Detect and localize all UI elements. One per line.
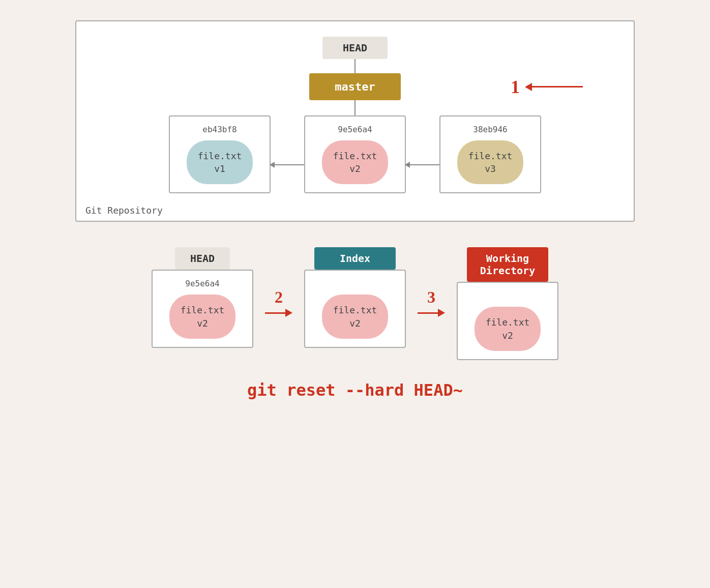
arrow-head-left-2 xyxy=(405,162,410,168)
git-command-text: git reset --hard HEAD~ xyxy=(75,380,635,400)
annotation-number-2: 2 xyxy=(275,288,283,307)
arrow-head-3 xyxy=(438,309,445,317)
reset-index-commit-id xyxy=(315,279,395,288)
commit-id-2: 9e5e6a4 xyxy=(315,125,395,134)
reset-head-col: HEAD 9e5e6a4 file.txtv2 xyxy=(146,247,258,347)
master-label: master xyxy=(309,73,400,100)
arrow-1-left xyxy=(525,83,583,91)
reset-head-commit-id: 9e5e6a4 xyxy=(163,279,242,288)
head-label-top-row: HEAD xyxy=(97,37,613,59)
connector-line-v1 xyxy=(354,59,356,73)
blob-3: file.txtv3 xyxy=(457,140,524,184)
bottom-section: HEAD 9e5e6a4 file.txtv2 2 Index file.txt… xyxy=(75,247,635,399)
reset-head-blob: file.txtv2 xyxy=(169,295,236,338)
git-repository-box: HEAD master 1 eb43bf8 file.txtv1 xyxy=(75,20,635,222)
connector-head-master xyxy=(97,59,613,73)
arrow-col-2: 2 xyxy=(258,247,299,317)
reset-index-blob: file.txtv2 xyxy=(322,295,389,338)
blob-2: file.txtv2 xyxy=(322,140,389,184)
arrow-line-1 xyxy=(532,86,583,87)
reset-index-col: Index file.txtv2 xyxy=(299,247,411,347)
reset-head-commit-box: 9e5e6a4 file.txtv2 xyxy=(152,270,253,347)
connector-line-v2 xyxy=(354,100,356,115)
arrow-2-right xyxy=(265,309,292,317)
reset-head-label: HEAD xyxy=(175,247,230,270)
reset-index-commit-box: file.txtv2 xyxy=(304,270,406,347)
annotation-number-1: 1 xyxy=(511,76,520,98)
arrow-line-2 xyxy=(265,312,285,314)
connector-master-commits xyxy=(97,100,613,115)
arrow-head-2 xyxy=(285,309,292,317)
blob-1: file.txtv1 xyxy=(187,140,253,184)
reset-workdir-label: WorkingDirectory xyxy=(467,247,548,282)
reset-workdir-commit-box: file.txtv2 xyxy=(457,282,558,360)
arrow-head-left-1 xyxy=(270,162,275,168)
arrow-commit-2-to-1 xyxy=(270,162,305,168)
reset-workdir-commit-id xyxy=(468,291,547,301)
head-label-top: HEAD xyxy=(322,37,388,59)
git-repo-label: Git Repository xyxy=(85,205,163,216)
reset-workdir-col: WorkingDirectory file.txtv2 xyxy=(452,247,564,360)
commit-box-1: eb43bf8 file.txtv1 xyxy=(169,115,271,193)
reset-workdir-blob: file.txtv2 xyxy=(475,307,541,350)
annotation-number-3: 3 xyxy=(427,288,435,307)
arrow-head-1 xyxy=(525,83,532,91)
commits-row: eb43bf8 file.txtv1 9e5e6a4 file.txtv2 38… xyxy=(97,115,613,193)
commit-id-3: 38eb946 xyxy=(451,125,530,134)
arrow-line-h2 xyxy=(410,164,440,165)
commit-id-1: eb43bf8 xyxy=(180,125,259,134)
arrow-line-h1 xyxy=(275,164,305,165)
commit-box-3: 38eb946 file.txtv3 xyxy=(439,115,541,193)
annotation-1-group: 1 xyxy=(511,76,583,98)
arrow-3-right xyxy=(418,309,445,317)
arrow-col-3: 3 xyxy=(411,247,452,317)
master-row: master 1 xyxy=(97,73,613,100)
arrow-commit-3-to-2 xyxy=(405,162,440,168)
reset-index-label: Index xyxy=(314,247,396,270)
reset-row: HEAD 9e5e6a4 file.txtv2 2 Index file.txt… xyxy=(75,247,635,360)
arrow-line-3 xyxy=(418,312,438,314)
commit-box-2: 9e5e6a4 file.txtv2 xyxy=(304,115,406,193)
